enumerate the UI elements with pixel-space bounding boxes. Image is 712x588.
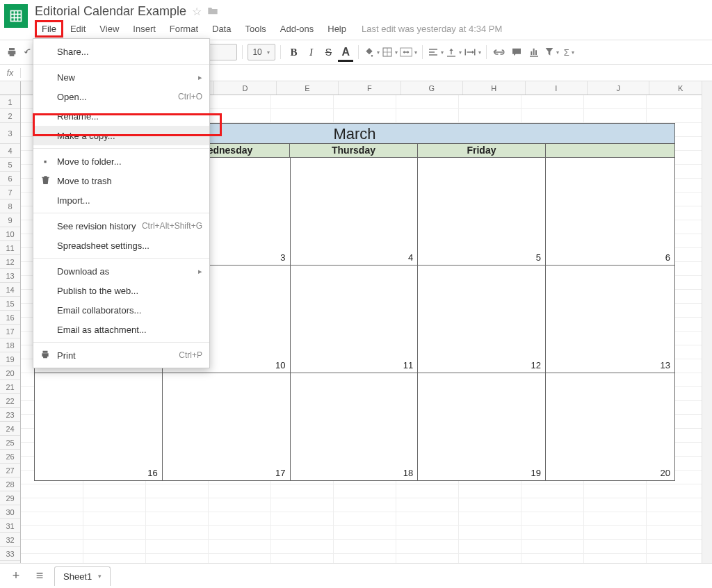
col-header[interactable]: F [339, 81, 400, 95]
row-header[interactable]: 15 [0, 297, 20, 311]
row-header[interactable]: 17 [0, 325, 20, 338]
menu-email-collaborators[interactable]: Email collaborators... [33, 300, 209, 320]
row-header[interactable]: 23 [0, 408, 20, 422]
menu-insert[interactable]: Insert [126, 22, 163, 36]
col-header[interactable]: E [277, 81, 339, 95]
all-sheets-button[interactable]: ≡ [31, 567, 49, 585]
row-header[interactable]: 30 [0, 505, 20, 519]
row-header[interactable]: 18 [0, 338, 20, 352]
font-size-select[interactable]: 10▾ [248, 44, 275, 60]
row-header[interactable]: 20 [0, 366, 20, 380]
calendar-cell[interactable]: 18 [291, 373, 419, 481]
calendar-cell[interactable]: 16 [34, 373, 163, 481]
col-header[interactable]: H [463, 81, 525, 95]
row-header[interactable]: 22 [0, 394, 20, 408]
menu-revision-history[interactable]: See revision historyCtrl+Alt+Shift+G [33, 216, 209, 236]
row-header[interactable]: 14 [0, 283, 20, 297]
link-icon[interactable] [492, 44, 507, 60]
star-icon[interactable]: ☆ [192, 5, 202, 18]
calendar-cell[interactable]: 17 [163, 373, 291, 481]
italic-icon[interactable]: I [303, 44, 318, 60]
calendar-cell[interactable]: 13 [546, 266, 675, 373]
row-header[interactable]: 6 [0, 172, 20, 186]
calendar-cell[interactable]: 6 [546, 158, 675, 266]
menu-share[interactable]: Share... [33, 42, 209, 61]
calendar-cell[interactable]: 12 [418, 266, 546, 373]
row-header[interactable]: 5 [0, 158, 20, 172]
menu-download-as[interactable]: Download as▸ [33, 261, 209, 281]
row-header[interactable]: 9 [0, 213, 20, 227]
row-header[interactable]: 4 [0, 144, 20, 158]
menu-format[interactable]: Format [163, 22, 205, 36]
row-header[interactable]: 31 [0, 519, 20, 533]
menu-view[interactable]: View [92, 22, 126, 36]
chart-icon[interactable] [526, 44, 542, 60]
h-align-icon[interactable]: ▾ [428, 44, 444, 60]
row-header[interactable]: 1 [0, 95, 20, 109]
menu-new[interactable]: New▸ [33, 67, 209, 87]
menu-data[interactable]: Data [205, 22, 238, 36]
menu-addons[interactable]: Add-ons [273, 22, 321, 36]
row-header[interactable]: 7 [0, 186, 20, 199]
row-header[interactable]: 2 [0, 109, 20, 123]
folder-icon[interactable] [207, 6, 218, 18]
row-header[interactable]: 12 [0, 255, 20, 269]
row-header[interactable]: 26 [0, 450, 20, 464]
calendar-cell[interactable]: 19 [418, 373, 546, 481]
menu-make-copy[interactable]: Make a copy... [33, 126, 209, 145]
borders-icon[interactable]: ▾ [382, 44, 398, 60]
print-icon[interactable] [4, 44, 19, 60]
row-header[interactable]: 13 [0, 269, 20, 283]
text-color-icon[interactable]: A [338, 44, 353, 60]
menu-move-folder[interactable]: ▪Move to folder... [33, 152, 209, 171]
col-header[interactable]: G [401, 81, 463, 95]
bold-icon[interactable]: B [286, 44, 301, 60]
comment-icon[interactable] [509, 44, 524, 60]
row-header[interactable]: 11 [0, 241, 20, 255]
wrap-icon[interactable]: ▾ [464, 44, 481, 60]
col-header[interactable]: D [214, 81, 276, 95]
menu-help[interactable]: Help [321, 22, 353, 36]
menu-spreadsheet-settings[interactable]: Spreadsheet settings... [33, 236, 209, 255]
row-header[interactable]: 27 [0, 464, 20, 477]
menu-rename[interactable]: Rename... [33, 106, 209, 126]
functions-icon[interactable]: Σ▾ [561, 44, 576, 60]
menu-email-attachment[interactable]: Email as attachment... [33, 320, 209, 339]
col-header[interactable]: J [588, 81, 649, 95]
row-header[interactable]: 8 [0, 199, 20, 213]
row-header[interactable]: 24 [0, 422, 20, 436]
menu-file[interactable]: File [35, 20, 63, 38]
row-header[interactable]: 28 [0, 477, 20, 491]
calendar-cell[interactable]: 5 [418, 158, 546, 266]
fill-color-icon[interactable]: ▾ [364, 44, 380, 60]
filter-icon[interactable]: ▾ [544, 44, 559, 60]
menu-print[interactable]: PrintCtrl+P [33, 345, 209, 365]
calendar-cell[interactable]: 20 [546, 373, 675, 481]
row-header[interactable]: 25 [0, 436, 20, 450]
row-header[interactable]: 16 [0, 311, 20, 325]
menu-edit[interactable]: Edit [63, 22, 92, 36]
row-header[interactable]: 10 [0, 227, 20, 241]
calendar-cell[interactable]: 11 [291, 266, 419, 373]
add-sheet-button[interactable]: + [7, 567, 25, 585]
doc-title[interactable]: Editorial Calendar Example [35, 4, 186, 19]
v-align-icon[interactable]: ▾ [446, 44, 462, 60]
strike-icon[interactable]: S [321, 44, 336, 60]
row-header[interactable]: 33 [0, 547, 20, 561]
sheet-tab[interactable]: Sheet1▾ [54, 566, 111, 586]
row-header[interactable]: 19 [0, 352, 20, 366]
row-header[interactable]: 29 [0, 491, 20, 505]
menu-tools[interactable]: Tools [238, 22, 273, 36]
menu-publish-web[interactable]: Publish to the web... [33, 281, 209, 300]
row-header[interactable]: 21 [0, 380, 20, 394]
row-header[interactable]: 32 [0, 533, 20, 547]
calendar-cell[interactable]: 4 [291, 158, 419, 266]
row-header[interactable]: 3 [0, 123, 20, 144]
menu-open[interactable]: Open...Ctrl+O [33, 87, 209, 106]
vertical-scrollbar[interactable] [702, 81, 712, 582]
menu-import[interactable]: Import... [33, 190, 209, 210]
menu-move-trash[interactable]: Move to trash [33, 171, 209, 190]
select-all-corner[interactable] [0, 81, 21, 95]
col-header[interactable]: I [526, 81, 588, 95]
merge-cells-icon[interactable]: ▾ [400, 44, 417, 60]
